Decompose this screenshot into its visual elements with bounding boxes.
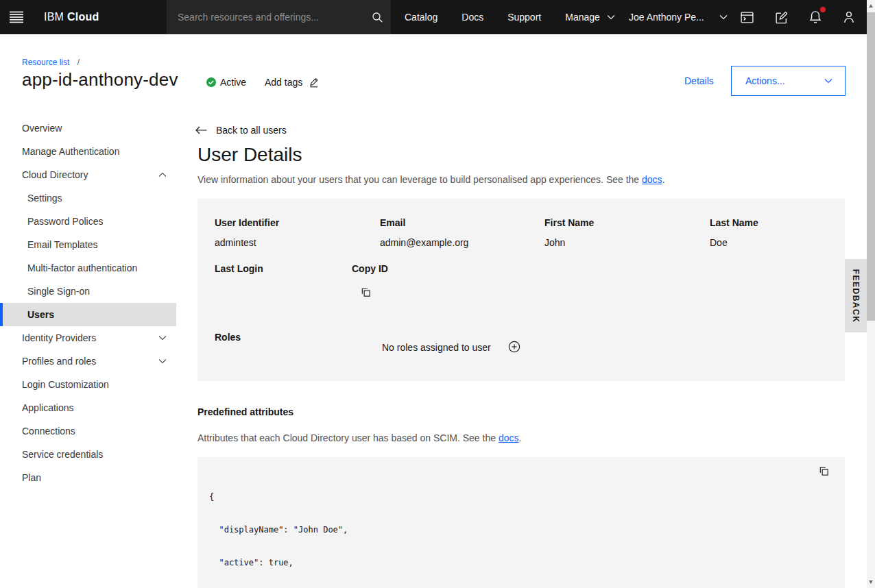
page-title: app-id-anthony-dev xyxy=(22,69,178,90)
hamburger-menu-icon[interactable] xyxy=(8,9,25,25)
roles-empty-text: No roles assigned to user xyxy=(382,342,491,353)
sidebar-item-plan[interactable]: Plan xyxy=(0,466,176,489)
field-user-identifier: User Identifier admintest xyxy=(215,217,372,248)
sidebar-item-label: Connections xyxy=(22,426,75,437)
nav-manage[interactable]: Manage xyxy=(565,12,615,23)
sidebar-item-overview[interactable]: Overview xyxy=(0,117,176,140)
sidebar-item-label: Profiles and roles xyxy=(22,356,96,367)
status-badge: Active xyxy=(206,77,246,88)
sidebar-item-email-templates[interactable]: Email Templates xyxy=(0,233,176,256)
copy-id-button[interactable] xyxy=(360,286,372,298)
sidebar-item-service-credentials[interactable]: Service credentials xyxy=(0,443,176,466)
copy-code-button[interactable] xyxy=(818,465,830,477)
top-nav: Catalog Docs Support Manage xyxy=(405,0,615,34)
brand-cloud: Cloud xyxy=(67,11,99,23)
account-menu[interactable]: Joe Anthony Pe... xyxy=(629,0,728,34)
sidebar-item-label: Plan xyxy=(22,472,41,483)
sidebar-item-label: Cloud Directory xyxy=(22,169,88,180)
predefined-attributes-description: Attributes that each Cloud Directory use… xyxy=(197,432,521,443)
global-search xyxy=(167,0,391,34)
details-link[interactable]: Details xyxy=(684,75,714,86)
field-value: admintest xyxy=(215,237,372,248)
sidebar-item-label: Multi-factor authentication xyxy=(27,262,137,273)
scrollbar-down-arrow[interactable] xyxy=(869,580,873,584)
breadcrumb-separator: / xyxy=(77,58,80,67)
status-label: Active xyxy=(220,77,246,88)
nav-docs[interactable]: Docs xyxy=(462,12,483,23)
field-label: User Identifier xyxy=(215,217,372,228)
field-label: Email xyxy=(380,217,538,228)
sidebar-item-login-customization[interactable]: Login Customization xyxy=(0,373,176,396)
chevron-down-icon xyxy=(158,335,167,341)
add-role-button[interactable] xyxy=(508,341,520,353)
sidebar-item-label: Overview xyxy=(22,123,62,134)
actions-label: Actions... xyxy=(745,75,785,86)
breadcrumb-resource-list-link[interactable]: Resource list xyxy=(22,58,69,67)
sidebar-item-connections[interactable]: Connections xyxy=(0,419,176,443)
copy-icon xyxy=(360,286,372,298)
nav-support[interactable]: Support xyxy=(507,12,541,23)
sidebar-item-label: Login Customization xyxy=(22,379,109,390)
section-title: User Details xyxy=(197,144,302,166)
predefined-attributes-heading: Predefined attributes xyxy=(197,406,293,417)
sidebar-item-label: Manage Authentication xyxy=(22,146,119,157)
docs-link[interactable]: docs xyxy=(642,174,662,185)
page-scrollbar[interactable] xyxy=(867,0,875,588)
sidebar-item-identity-providers[interactable]: Identity Providers xyxy=(0,326,176,350)
ibm-cloud-logo[interactable]: IBMCloud xyxy=(44,0,99,34)
back-arrow-icon xyxy=(195,126,207,134)
sidebar-item-label: Email Templates xyxy=(27,239,97,250)
feedback-tab[interactable]: FEEDBACK xyxy=(845,259,867,332)
field-label: First Name xyxy=(544,217,702,228)
sidebar-item-label: Single Sign-on xyxy=(27,286,90,297)
user-avatar-icon[interactable] xyxy=(832,0,865,34)
sidebar-item-settings[interactable]: Settings xyxy=(0,186,176,210)
sidebar-item-label: Settings xyxy=(27,193,62,204)
sidebar-item-users[interactable]: Users xyxy=(0,303,176,326)
search-input[interactable] xyxy=(167,12,363,23)
last-login-label: Last Login xyxy=(215,263,263,274)
account-name: Joe Anthony Pe... xyxy=(629,12,704,23)
actions-dropdown[interactable]: Actions... xyxy=(731,66,846,96)
chevron-down-icon xyxy=(719,14,728,20)
sidebar-item-label: Applications xyxy=(22,402,74,413)
roles-label: Roles xyxy=(215,332,241,343)
sidebar-item-profiles-and-roles[interactable]: Profiles and roles xyxy=(0,350,176,373)
add-tags-label: Add tags xyxy=(265,77,302,88)
scrollbar-up-arrow[interactable] xyxy=(869,4,873,8)
scrollbar-thumb[interactable] xyxy=(867,12,875,321)
console-window-icon[interactable] xyxy=(730,0,763,34)
sidebar-item-cloud-directory[interactable]: Cloud Directory xyxy=(0,163,176,186)
sidebar-item-single-sign-on[interactable]: Single Sign-on xyxy=(0,280,176,303)
field-first-name: First Name John xyxy=(544,217,702,248)
sidebar-item-multi-factor-authentication[interactable]: Multi-factor authentication xyxy=(0,256,176,280)
top-header: IBMCloud Catalog Docs Support Manage Joe… xyxy=(0,0,867,34)
field-value: admin@example.org xyxy=(380,237,538,248)
sidebar-item-manage-authentication[interactable]: Manage Authentication xyxy=(0,140,176,163)
sidebar-item-label: Password Polices xyxy=(27,216,104,227)
docs-link[interactable]: docs xyxy=(499,432,519,443)
copy-icon xyxy=(818,465,830,477)
compose-edit-icon[interactable] xyxy=(765,0,798,34)
back-to-all-users-link[interactable]: Back to all users xyxy=(195,125,287,136)
brand-ibm: IBM xyxy=(44,11,64,23)
scim-attributes-code-block: { "displayName": "John Doe", "active": t… xyxy=(197,457,845,588)
field-label: Last Name xyxy=(710,217,867,228)
field-value: Doe xyxy=(710,237,867,248)
search-icon[interactable] xyxy=(363,0,391,34)
chevron-down-icon xyxy=(158,358,167,364)
notification-bell-icon[interactable] xyxy=(799,0,832,34)
sidebar-item-applications[interactable]: Applications xyxy=(0,396,176,419)
code-text: { "displayName": "John Doe", "active": t… xyxy=(209,469,383,588)
add-tags-button[interactable]: Add tags xyxy=(265,77,319,88)
copy-id-label: Copy ID xyxy=(352,263,388,274)
sidebar-item-label: Service credentials xyxy=(22,449,103,460)
sidebar-nav: Overview Manage Authentication Cloud Dir… xyxy=(0,117,176,489)
field-last-name: Last Name Doe xyxy=(710,217,867,248)
notification-dot xyxy=(820,7,826,12)
sidebar-item-password-polices[interactable]: Password Polices xyxy=(0,210,176,233)
sidebar-item-label: Identity Providers xyxy=(22,332,96,343)
breadcrumb: Resource list / xyxy=(22,58,80,67)
chevron-down-icon xyxy=(607,14,615,20)
nav-catalog[interactable]: Catalog xyxy=(405,12,438,23)
